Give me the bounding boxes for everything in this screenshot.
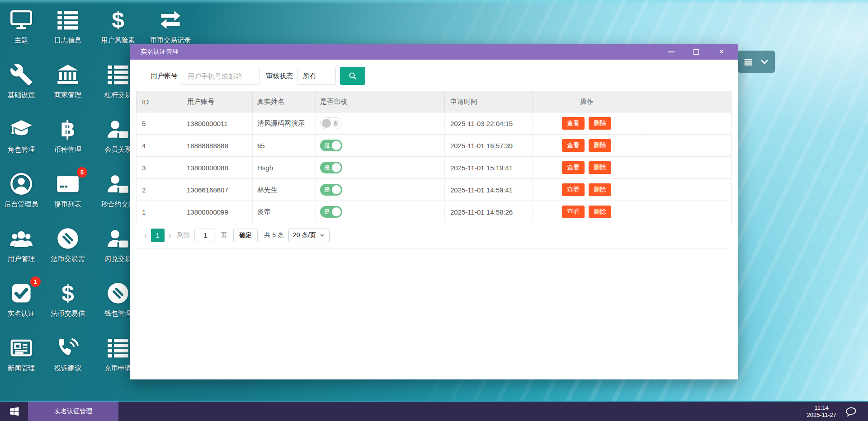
desktop-icon-coins[interactable]: 币种管理 xyxy=(42,114,93,168)
desktop-icon-basic-settings[interactable]: 基础设置 xyxy=(0,59,42,114)
desktop-icon-news[interactable]: 新闻管理 xyxy=(0,332,42,387)
cell-time: 2025-11-01 14:58:26 xyxy=(445,201,533,223)
window-title: 实名认证管理 xyxy=(141,48,666,56)
cell-spacer xyxy=(641,201,731,223)
icon-label: 投诉建议 xyxy=(54,364,81,373)
icon-label: 用户风险素 xyxy=(101,36,135,45)
chat-bubble-icon[interactable] xyxy=(844,405,858,419)
cell-spacer xyxy=(641,135,731,157)
user-card-icon xyxy=(106,117,130,141)
desktop-icon-users[interactable]: 用户管理 xyxy=(0,223,42,278)
quick-panel xyxy=(738,51,775,73)
table-row: 3 13800000088 Hsgh 是 2025-11-01 15:19:41… xyxy=(137,157,731,179)
dollar-icon xyxy=(106,8,130,32)
header-operations: 操作 xyxy=(533,91,641,112)
window-titlebar[interactable]: 实名认证管理 ✕ xyxy=(130,44,738,60)
pagination-bar: ‹ 1 › 到第 页 确定 共 5 条 20 条/页 xyxy=(136,223,731,248)
list-icon xyxy=(106,63,130,86)
header-name: 真实姓名 xyxy=(253,91,316,112)
desktop-icon-withdrawals[interactable]: 5提币列表 xyxy=(42,168,93,223)
cell-account: 13800000011 xyxy=(180,112,253,135)
audit-toggle[interactable]: 否 xyxy=(320,117,342,129)
audit-toggle[interactable]: 是 xyxy=(320,184,342,196)
desktop-icon-admins[interactable]: 后台管理员 xyxy=(0,168,42,223)
icon-label: 基础设置 xyxy=(8,91,35,99)
audit-toggle[interactable]: 是 xyxy=(320,206,342,218)
cell-account: 13800000099 xyxy=(180,201,253,223)
header-account: 用户账号 xyxy=(180,91,253,112)
current-page-button[interactable]: 1 xyxy=(151,229,165,242)
search-button[interactable] xyxy=(340,67,365,85)
audit-toggle[interactable]: 是 xyxy=(320,140,342,151)
icon-label: 提币列表 xyxy=(54,200,81,209)
desktop-icon-complaints[interactable]: 投诉建议 xyxy=(42,332,93,387)
users-icon xyxy=(9,227,33,250)
delete-button[interactable]: 删除 xyxy=(589,139,611,152)
cell-name: 林先生 xyxy=(253,179,316,201)
desktop-icon-merchant[interactable]: 商家管理 xyxy=(42,59,93,114)
menu-icon[interactable] xyxy=(743,57,753,67)
user-card-icon xyxy=(106,172,130,196)
delete-button[interactable]: 删除 xyxy=(589,161,611,174)
header-audited: 是否审核 xyxy=(316,91,445,112)
icon-label: 币币交易记录 xyxy=(150,36,191,45)
coin-circle-icon xyxy=(106,281,130,305)
cell-name: 清风源码网演示 xyxy=(253,112,316,135)
wrench-icon xyxy=(9,63,33,86)
account-input[interactable] xyxy=(182,67,259,85)
goto-suffix-label: 页 xyxy=(221,231,227,239)
desktop-icon-roles[interactable]: 角色管理 xyxy=(0,114,42,168)
icon-label: 角色管理 xyxy=(8,145,35,154)
maximize-button[interactable] xyxy=(691,47,701,57)
taskbar-clock: 11:14 2025-11-27 xyxy=(807,402,836,421)
bank-icon xyxy=(56,63,80,86)
next-page-button[interactable]: › xyxy=(165,231,175,240)
check-square-icon xyxy=(9,281,33,305)
desktop-icon-fiat-demand[interactable]: 法币交易需 xyxy=(42,223,93,278)
cell-account: 18888888888 xyxy=(180,135,253,157)
page-size-select[interactable]: 20 条/页 xyxy=(288,229,330,242)
header-time: 申请时间 xyxy=(445,91,533,112)
icon-label: 法币交易需 xyxy=(51,255,85,263)
goto-page-input[interactable] xyxy=(194,229,216,242)
desktop-icon-realname-auth[interactable]: 1实名认证 xyxy=(0,278,42,332)
desktop-icon-logs[interactable]: 日志信息 xyxy=(42,5,93,59)
table-row: 1 13800000099 炎帝 是 2025-11-01 14:58:26 查… xyxy=(137,201,731,223)
delete-button[interactable]: 删除 xyxy=(589,183,611,196)
delete-button[interactable]: 删除 xyxy=(589,117,611,130)
view-button[interactable]: 查看 xyxy=(562,161,585,174)
delete-button[interactable]: 删除 xyxy=(589,206,611,218)
page-size-value: 20 条/页 xyxy=(293,231,316,239)
desktop-icon-fiat-trust[interactable]: 法币交易信 xyxy=(42,278,93,332)
coin-circle-icon xyxy=(56,227,80,250)
cell-account: 13066168607 xyxy=(180,179,253,201)
cell-id: 3 xyxy=(137,157,180,179)
list-icon xyxy=(106,336,130,360)
cell-spacer xyxy=(641,112,731,135)
view-button[interactable]: 查看 xyxy=(562,206,585,218)
cell-id: 1 xyxy=(137,201,180,223)
start-button[interactable] xyxy=(0,402,28,421)
icon-label: 充币申请 xyxy=(104,364,132,373)
clock-date: 2025-11-27 xyxy=(807,412,836,419)
bitcoin-icon xyxy=(56,117,80,141)
confirm-page-button[interactable]: 确定 xyxy=(233,229,258,242)
status-select[interactable] xyxy=(297,67,336,85)
phone-icon xyxy=(56,336,80,360)
chevron-down-icon xyxy=(320,233,325,238)
status-label: 审核状态 xyxy=(266,72,293,80)
chevron-down-icon[interactable] xyxy=(760,57,769,67)
view-button[interactable]: 查看 xyxy=(562,139,585,152)
close-button[interactable]: ✕ xyxy=(717,47,726,57)
prev-page-button[interactable]: ‹ xyxy=(141,231,151,240)
audit-toggle[interactable]: 是 xyxy=(320,162,342,173)
taskbar: 实名认证管理 11:14 2025-11-27 xyxy=(0,401,868,421)
minimize-button[interactable] xyxy=(666,47,676,57)
taskbar-item-realname-auth[interactable]: 实名认证管理 xyxy=(28,402,118,421)
view-button[interactable]: 查看 xyxy=(562,117,585,130)
desktop-icon-theme[interactable]: 主题 xyxy=(0,5,42,59)
header-spacer xyxy=(641,91,731,112)
view-button[interactable]: 查看 xyxy=(562,183,585,196)
goto-prefix-label: 到第 xyxy=(177,231,190,239)
monitor-icon xyxy=(9,8,33,32)
